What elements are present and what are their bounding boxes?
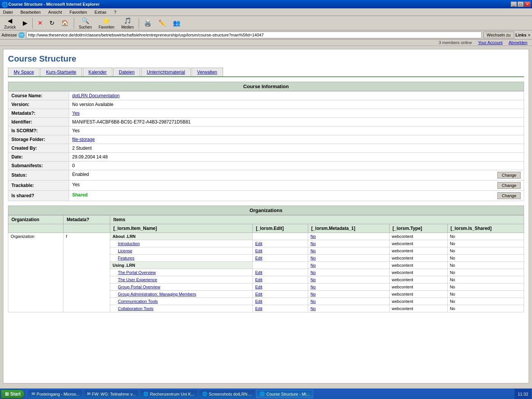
menu-help[interactable]: ? (112, 9, 118, 15)
toolbar: ◀ Zurück ▶ ✕ ↻ 🏠 🔍 Suchen ⭐ Favoriten 🎵 … (0, 16, 532, 30)
field-value: dotLRN Documentation (69, 92, 524, 100)
field-label: Created By: (8, 144, 69, 153)
messenger-button[interactable]: 👥 (170, 17, 183, 29)
item-collaboration-tools: Collaboration Tools (110, 305, 253, 312)
collab-tools-link[interactable]: Collaboration Tools (118, 306, 153, 311)
colt-edit-link[interactable]: Edit (255, 306, 262, 311)
subcol-edit: [_lorsm.Edit] (253, 224, 308, 233)
storage-folder-link[interactable]: file-storage (72, 137, 95, 142)
trackable-change-button[interactable]: Change (497, 182, 521, 189)
colt-no-link[interactable]: No (310, 306, 316, 311)
members-online: 3 members online (439, 40, 472, 45)
features-edit-link[interactable]: Edit (255, 256, 262, 260)
tab-dateien[interactable]: Dateien (113, 68, 140, 76)
your-account-link[interactable]: Your Account (478, 40, 502, 45)
ux-no: No (308, 276, 389, 283)
comm-tools-link[interactable]: Communication Tools (118, 299, 158, 304)
media-icon: 🎵 (124, 17, 131, 24)
refresh-icon: ↻ (49, 19, 54, 27)
tab-unterrichtsmaterial[interactable]: Unterrichtsmaterial (141, 68, 191, 76)
go-button[interactable]: Wechseln zu (483, 32, 514, 38)
stop-button[interactable]: ✕ (35, 17, 45, 29)
license-link[interactable]: License (118, 249, 132, 253)
intro-type: webcontent (390, 240, 448, 247)
ux-no-link[interactable]: No (310, 277, 316, 282)
ct-edit-link[interactable]: Edit (255, 299, 262, 304)
edit-button[interactable]: ✏️ (156, 17, 169, 29)
menu-ansicht[interactable]: Ansicht (47, 9, 63, 15)
menu-extras[interactable]: Extras (93, 9, 108, 15)
menu-favoriten[interactable]: Favoriten (68, 9, 89, 15)
toolbar-separator-2 (74, 18, 74, 28)
item-portal-overview: The Portal Overview (110, 269, 253, 276)
tab-verwalten[interactable]: Verwalten (192, 68, 223, 76)
field-label: Submanifests: (8, 162, 69, 170)
intro-no-link[interactable]: No (310, 241, 316, 246)
license-edit-link[interactable]: Edit (255, 249, 262, 253)
introduction-link[interactable]: Introduction (118, 241, 139, 246)
forward-button[interactable]: ▶ (20, 17, 30, 29)
title-bar-controls: _ □ ✕ (511, 2, 530, 7)
portal-overview-link[interactable]: The Portal Overview (118, 270, 156, 275)
table-row: Storage Folder: file-storage (8, 135, 524, 144)
close-button[interactable]: ✕ (524, 2, 530, 7)
ga-shared: No (447, 291, 524, 298)
minimize-button[interactable]: _ (511, 2, 517, 7)
refresh-button[interactable]: ↻ (47, 17, 57, 29)
field-value: No version Available (69, 100, 524, 109)
ct-edit: Edit (253, 298, 308, 305)
portal-edit-link[interactable]: Edit (255, 270, 262, 275)
media-button[interactable]: 🎵 Medien (119, 17, 136, 29)
gp-edit-link[interactable]: Edit (255, 285, 262, 289)
portal-no-link[interactable]: No (310, 270, 316, 275)
using-shared: No (447, 262, 524, 269)
shared-change-button[interactable]: Change (497, 192, 521, 199)
menu-datei[interactable]: Datei (2, 9, 14, 15)
ga-no: No (308, 291, 389, 298)
gp-no-link[interactable]: No (310, 285, 316, 289)
group-header-using: Using .LRN (110, 262, 253, 269)
using-no-link[interactable]: No (310, 263, 316, 268)
group-admin-link[interactable]: Group Administration: Managing Members (118, 292, 196, 296)
ct-no-link[interactable]: No (310, 299, 316, 304)
maximize-button[interactable]: □ (518, 2, 524, 7)
features-link[interactable]: Features (118, 256, 134, 260)
search-button[interactable]: 🔍 Suchen (76, 17, 95, 29)
address-input[interactable] (26, 32, 481, 38)
ga-no-link[interactable]: No (310, 292, 316, 296)
using-no: No (308, 262, 389, 269)
features-no-link[interactable]: No (310, 256, 316, 260)
group-portal-link[interactable]: Group Portal Overview (118, 285, 160, 289)
table-row: Created By: 2 Student (8, 144, 524, 153)
about-no-link[interactable]: No (310, 234, 316, 239)
user-experience-link[interactable]: The User Experience (118, 277, 157, 282)
title-bar-left: 🌐 Course Structure - Microsoft Internet … (2, 2, 100, 7)
colt-shared: No (447, 305, 524, 312)
favorites-button[interactable]: ⭐ Favoriten (96, 17, 117, 29)
back-button[interactable]: ◀ Zurück (2, 17, 19, 29)
item-communication-tools: Communication Tools (110, 298, 253, 305)
ux-shared: No (447, 276, 524, 283)
ga-edit-link[interactable]: Edit (255, 292, 262, 296)
table-row: Is shared? Shared Change (8, 191, 524, 201)
tab-my-space[interactable]: My Space (8, 68, 40, 76)
colt-no: No (308, 305, 389, 312)
menu-bearbeiten[interactable]: Bearbeiten (19, 9, 42, 15)
tab-kurs-startseite[interactable]: Kurs-Startseite (40, 68, 82, 76)
tab-kalender[interactable]: Kalender (83, 68, 112, 76)
subcol-org (8, 224, 63, 233)
status-change-button[interactable]: Change (497, 172, 521, 179)
logout-link[interactable]: Abmelden (508, 40, 527, 45)
course-name-link[interactable]: dotLRN Documentation (72, 93, 120, 98)
table-row: Status: Enabled Change (8, 170, 524, 180)
table-row: Metadata?: Yes (8, 109, 524, 118)
ux-edit-link[interactable]: Edit (255, 277, 262, 282)
field-value: 0 (69, 162, 524, 170)
license-no-link[interactable]: No (310, 249, 316, 253)
intro-edit-link[interactable]: Edit (255, 241, 262, 246)
ux-type: webcontent (390, 276, 448, 283)
menu-bar: Datei Bearbeiten Ansicht Favoriten Extra… (0, 8, 532, 16)
home-button[interactable]: 🏠 (59, 17, 71, 29)
metadata-link[interactable]: Yes (72, 111, 80, 116)
print-button[interactable]: 🖨️ (141, 17, 154, 29)
